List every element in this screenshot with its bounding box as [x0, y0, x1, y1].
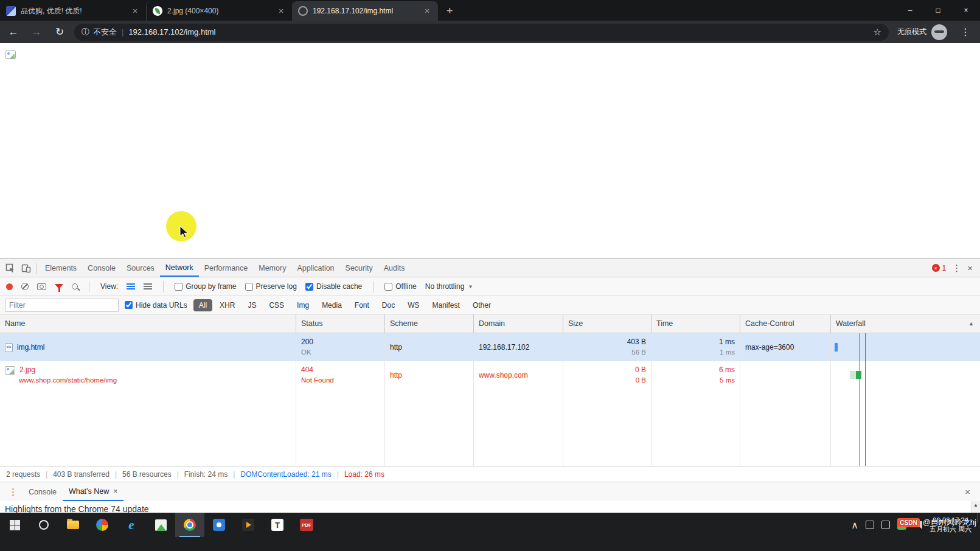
back-button[interactable]: ←: [5, 24, 22, 41]
minimize-button[interactable]: –: [896, 0, 924, 21]
filter-pill-font[interactable]: Font: [349, 299, 375, 311]
globe-favicon: [298, 6, 308, 16]
new-tab-button[interactable]: +: [438, 1, 462, 21]
screenshot-capture-icon[interactable]: [37, 283, 46, 290]
column-header-size[interactable]: Size: [563, 314, 652, 333]
media-player-button[interactable]: [234, 513, 263, 537]
filter-pill-ws[interactable]: WS: [402, 299, 425, 311]
preserve-log-input[interactable]: [245, 283, 253, 291]
tab-img-html[interactable]: 192.168.17.102/img.html ×: [292, 1, 438, 21]
clear-icon[interactable]: [21, 283, 29, 290]
tab-console[interactable]: Console: [82, 259, 121, 277]
filter-pill-css[interactable]: CSS: [263, 299, 290, 311]
column-header-time[interactable]: Time: [652, 314, 740, 333]
filter-pill-img[interactable]: Img: [291, 299, 315, 311]
tab-close-icon[interactable]: ×: [276, 6, 286, 16]
filter-pill-all[interactable]: All: [193, 299, 212, 311]
security-indicator[interactable]: ⓘ 不安全: [82, 27, 117, 38]
column-header-scheme[interactable]: Scheme: [385, 314, 474, 333]
offline-checkbox[interactable]: Offline: [384, 282, 416, 291]
tab-audits[interactable]: Audits: [378, 259, 411, 277]
drawer-tab-whats-new[interactable]: What's New ×: [63, 482, 124, 501]
search-icon[interactable]: [72, 283, 78, 289]
request-row-img-html[interactable]: img.html 200 OK http 192.168.17.102 403 …: [0, 333, 980, 361]
filter-icon[interactable]: [55, 284, 63, 289]
hide-data-urls-input[interactable]: [125, 301, 133, 309]
error-count: 1: [942, 264, 947, 272]
forward-button[interactable]: →: [28, 24, 45, 41]
file-explorer-button[interactable]: [58, 513, 88, 537]
app-colorwheel-button[interactable]: [88, 513, 117, 537]
preserve-log-checkbox[interactable]: Preserve log: [245, 282, 297, 291]
devtools-close-button[interactable]: ×: [967, 263, 973, 273]
tab-security[interactable]: Security: [340, 259, 378, 277]
disable-cache-checkbox[interactable]: Disable cache: [305, 282, 362, 291]
tab-memory[interactable]: Memory: [253, 259, 291, 277]
watermark-username: @自刎凤吟龙hj: [923, 517, 976, 528]
tray-icon-app[interactable]: [866, 521, 874, 529]
filter-input[interactable]: [5, 299, 119, 312]
pdf-app-button[interactable]: PDF: [292, 513, 321, 537]
show-desktop-button[interactable]: [977, 513, 980, 523]
drawer-tab-close-icon[interactable]: ×: [113, 487, 117, 496]
photos-app-button[interactable]: [146, 513, 175, 537]
reload-button[interactable]: ↻: [51, 24, 68, 41]
filter-pill-xhr[interactable]: XHR: [214, 299, 240, 311]
search-button[interactable]: [29, 513, 58, 537]
offline-input[interactable]: [384, 283, 392, 291]
device-toolbar-icon[interactable]: [18, 260, 34, 276]
tab-application[interactable]: Application: [291, 259, 339, 277]
drawer-close-button[interactable]: ×: [959, 487, 976, 497]
filter-pill-other[interactable]: Other: [467, 299, 496, 311]
group-by-frame-checkbox[interactable]: Group by frame: [175, 282, 236, 291]
tab-performance[interactable]: Performance: [199, 259, 254, 277]
record-network-log-icon[interactable]: [6, 283, 13, 290]
chrome-icon: [184, 519, 196, 531]
blue-app-button[interactable]: [204, 513, 234, 537]
tab-2jpg[interactable]: 2.jpg (400×400) ×: [146, 1, 292, 21]
overview-icon[interactable]: [144, 283, 152, 289]
tray-chevron-icon[interactable]: ∧: [851, 519, 858, 531]
filter-pill-doc[interactable]: Doc: [377, 299, 400, 311]
filter-pill-js[interactable]: JS: [242, 299, 262, 311]
tab-close-icon[interactable]: ×: [422, 6, 432, 16]
bookmark-star-icon[interactable]: ☆: [874, 27, 881, 38]
maximize-button[interactable]: □: [924, 0, 952, 21]
tab-close-icon[interactable]: ×: [130, 6, 140, 16]
devtools-menu-button[interactable]: ⋮: [952, 263, 961, 274]
start-button[interactable]: [0, 513, 29, 537]
tab-network[interactable]: Network: [160, 259, 199, 277]
load-marker-line: [865, 333, 866, 466]
column-header-waterfall[interactable]: Waterfall ▲: [831, 314, 980, 333]
request-row-2jpg[interactable]: 2.jpg www.shop.com/static/home/img 404 N…: [0, 361, 980, 389]
tab-pinyougou[interactable]: 品优购, 优质! 优质! ×: [0, 1, 146, 21]
cell-time: 1 ms 1 ms: [652, 333, 740, 361]
filter-pill-media[interactable]: Media: [316, 299, 347, 311]
column-header-name[interactable]: Name: [0, 314, 296, 333]
drawer-menu-button[interactable]: ⋮: [4, 487, 23, 497]
typora-button[interactable]: T: [263, 513, 292, 537]
address-bar[interactable]: ⓘ 不安全 | 192.168.17.102/img.html ☆: [74, 24, 889, 41]
internet-explorer-button[interactable]: e: [117, 513, 146, 537]
close-button[interactable]: ×: [952, 0, 980, 21]
chrome-button[interactable]: [175, 513, 204, 537]
filter-pill-manifest[interactable]: Manifest: [427, 299, 465, 311]
drawer-scrollbar[interactable]: ▲: [971, 501, 980, 513]
group-by-frame-input[interactable]: [175, 283, 182, 291]
column-header-cache-control[interactable]: Cache-Control: [740, 314, 831, 333]
use-large-rows-icon[interactable]: [127, 283, 135, 289]
drawer-tab-console[interactable]: Console: [23, 482, 63, 501]
disable-cache-input[interactable]: [305, 283, 313, 291]
browser-menu-button[interactable]: ⋮: [956, 26, 975, 38]
tab-sources[interactable]: Sources: [121, 259, 160, 277]
hide-data-urls-checkbox[interactable]: Hide data URLs: [125, 301, 187, 310]
column-header-domain[interactable]: Domain: [474, 314, 563, 333]
throttling-select[interactable]: No throttling ▼: [425, 282, 473, 291]
column-header-status[interactable]: Status: [296, 314, 385, 333]
page-viewport: [0, 43, 980, 258]
error-count-badge[interactable]: × 1: [932, 264, 947, 272]
tab-elements[interactable]: Elements: [40, 259, 82, 277]
inspect-element-icon[interactable]: [2, 260, 18, 276]
tray-icon-message[interactable]: [881, 521, 890, 529]
resources-size: 56 B resources: [122, 470, 172, 479]
